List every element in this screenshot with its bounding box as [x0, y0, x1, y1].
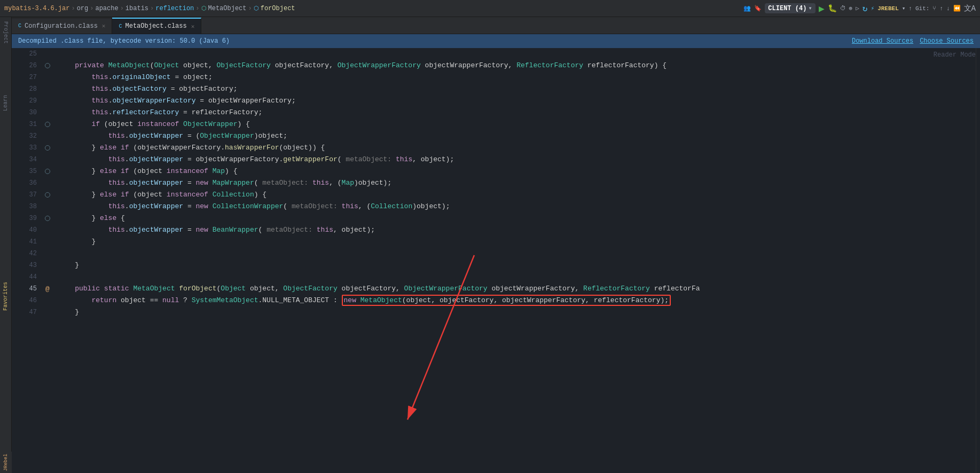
- code-content[interactable]: private MetaObject(Object object, Object…: [54, 48, 980, 473]
- code-line-28: this.objectFactory = objectFactory;: [54, 83, 969, 95]
- info-message: Decompiled .class file, bytecode version…: [18, 37, 230, 45]
- history-icon[interactable]: ⏪: [953, 5, 961, 12]
- run-more-icon2[interactable]: ▷: [856, 5, 859, 12]
- jrebel-sidebar-label: JRebel: [3, 454, 9, 471]
- code-line-46: return object == null ? SystemMetaObject…: [54, 295, 969, 306]
- code-line-25: [54, 48, 969, 60]
- refresh-icon[interactable]: ⚡: [871, 5, 875, 12]
- sidebar-item-learn[interactable]: Learn: [3, 95, 9, 113]
- run-coverage-icon[interactable]: ⏱: [840, 5, 846, 12]
- code-line-42: [54, 248, 969, 259]
- code-line-45: public static MetaObject forObject(Objec…: [54, 283, 969, 295]
- toolbar: mybatis-3.4.6.jar › org › apache › ibati…: [0, 0, 980, 17]
- tab-icon-metaobject: C: [119, 23, 122, 29]
- tab-label-metaobject: MetaObject.class: [125, 22, 186, 30]
- highlighted-new-expression: new MetaObject(object, objectFactory, ob…: [342, 295, 671, 306]
- bookmark-icon[interactable]: 🔖: [754, 5, 762, 12]
- code-line-40: this.objectWrapper = new BeanWrapper( me…: [54, 224, 969, 236]
- code-line-26: private MetaObject(Object object, Object…: [54, 60, 969, 72]
- tab-configuration[interactable]: C Configuration.class ✕: [12, 18, 112, 34]
- breadcrumb-pkg1: org: [77, 5, 89, 12]
- tab-label-configuration: Configuration.class: [25, 22, 98, 30]
- git-label: Git:: [915, 5, 929, 12]
- code-line-27: this.originalObject = object;: [54, 72, 969, 83]
- tab-metaobject[interactable]: C MetaObject.class ✕: [112, 18, 201, 34]
- bug-icon[interactable]: 🐛: [828, 4, 837, 13]
- tab-icon-configuration: C: [18, 23, 21, 29]
- main-content: C Configuration.class ✕ C MetaObject.cla…: [12, 17, 980, 473]
- git-push-icon[interactable]: ↑: [939, 5, 943, 12]
- more-run-icon[interactable]: ⊕: [849, 5, 853, 12]
- right-scrollbar[interactable]: [976, 48, 980, 473]
- code-line-36: this.objectWrapper = new MapWrapper( met…: [54, 177, 969, 189]
- code-line-30: this.reflectorFactory = reflectorFactory…: [54, 107, 969, 119]
- code-line-29: this.objectWrapperFactory = objectWrappe…: [54, 95, 969, 107]
- jrebel-label: JREBEL: [877, 5, 899, 12]
- toolbar-right: 👥 🔖 CLIENT (4) ▾ ▶ 🐛 ⏱ ⊕ ▷ ↻ ⚡ JREBEL ▾ …: [743, 3, 976, 14]
- code-line-44: [54, 271, 969, 283]
- git-pull-icon[interactable]: ↓: [946, 5, 950, 12]
- code-line-47: }: [54, 306, 969, 318]
- jrebel-dropdown[interactable]: ▾: [902, 5, 906, 12]
- tab-close-configuration[interactable]: ✕: [102, 22, 106, 29]
- code-line-31: if (object instanceof ObjectWrapper) {: [54, 119, 969, 130]
- reader-mode-label[interactable]: Reader Mode: [934, 51, 976, 59]
- sidebar-item-favorites[interactable]: Favorites: [3, 282, 9, 313]
- git-branch-icon[interactable]: ⑂: [932, 5, 936, 12]
- code-line-43: }: [54, 259, 969, 271]
- code-line-33: } else if (objectWrapperFactory.hasWrapp…: [54, 142, 969, 154]
- tab-bar: C Configuration.class ✕ C MetaObject.cla…: [12, 17, 980, 34]
- code-line-39: } else {: [54, 212, 969, 224]
- run-config: CLIENT (4) ▾: [765, 3, 815, 13]
- download-sources-link[interactable]: Download Sources: [852, 37, 913, 45]
- line-numbers: 25 26 27 28 29 30 31 32 33 34 35 36 37 3…: [12, 48, 41, 473]
- code-line-34: this.objectWrapper = objectWrapperFactor…: [54, 154, 969, 165]
- code-line-41: }: [54, 236, 969, 248]
- breadcrumb-pkg2: apache: [95, 5, 118, 12]
- code-line-32: this.objectWrapper = (ObjectWrapper)obje…: [54, 130, 969, 142]
- breadcrumb-pkg3: ibatis: [126, 5, 148, 12]
- tab-close-metaobject[interactable]: ✕: [191, 23, 195, 30]
- translate-icon[interactable]: 文A: [964, 4, 976, 13]
- run-config-label: CLIENT (4): [768, 5, 806, 12]
- code-line-37: } else if (object instanceof Collection)…: [54, 189, 969, 201]
- breadcrumb-pkg4: reflection: [155, 5, 194, 12]
- sidebar-item-project[interactable]: Project: [3, 21, 9, 44]
- jrebel-sidebar: JRebel: [0, 452, 12, 473]
- left-sidebar: Project Learn Favorites: [0, 17, 12, 473]
- users-icon[interactable]: 👥: [743, 5, 751, 12]
- breadcrumb: mybatis-3.4.6.jar › org › apache › ibati…: [4, 5, 741, 12]
- run-config-dropdown[interactable]: ▾: [808, 4, 812, 12]
- editor-area: Reader Mode 25 26 27 28 29 30 31 32 33 3…: [12, 48, 980, 473]
- info-bar: Decompiled .class file, bytecode version…: [12, 34, 980, 48]
- gutter: @: [41, 48, 54, 473]
- code-line-38: this.objectWrapper = new CollectionWrapp…: [54, 201, 969, 212]
- breadcrumb-class: ⬡ MetaObject: [201, 5, 247, 12]
- vcs-share-icon[interactable]: ↑: [908, 5, 912, 12]
- breadcrumb-jar: mybatis-3.4.6.jar: [4, 5, 69, 12]
- run-button[interactable]: ▶: [819, 4, 825, 13]
- choose-sources-link[interactable]: Choose Sources: [920, 37, 974, 45]
- code-line-35: } else if (object instanceof Map) {: [54, 165, 969, 177]
- breadcrumb-method: ⬡ forObject: [254, 5, 295, 12]
- reload-icon[interactable]: ↻: [863, 3, 868, 14]
